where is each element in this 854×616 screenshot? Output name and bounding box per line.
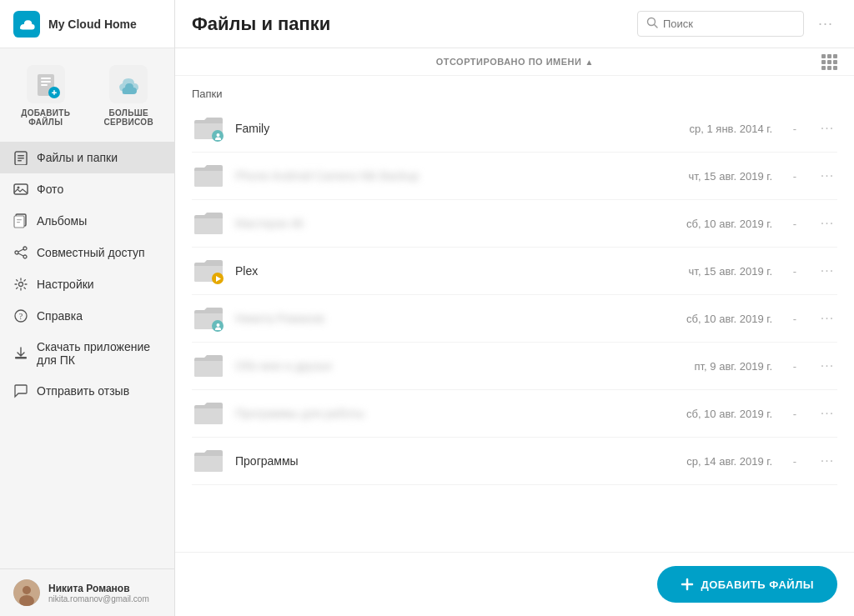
svg-rect-12 xyxy=(18,158,24,159)
search-input[interactable] xyxy=(663,18,795,30)
user-email: nikita.romanov@gmail.com xyxy=(48,594,149,603)
sidebar-label-download: Скачать приложение для ПК xyxy=(37,340,161,367)
svg-point-15 xyxy=(18,187,20,189)
svg-rect-19 xyxy=(17,222,20,223)
fab-label: ДОБАВИТЬ ФАЙЛЫ xyxy=(701,578,814,591)
app-title: My Cloud Home xyxy=(48,18,137,31)
sidebar-label-photos: Фото xyxy=(37,183,63,196)
svg-point-30 xyxy=(23,586,31,594)
svg-text:?: ? xyxy=(19,312,23,321)
more-dots-icon: ··· xyxy=(818,15,833,33)
share-icon xyxy=(13,245,28,260)
sidebar-item-albums[interactable]: Альбомы xyxy=(0,205,174,237)
sidebar-nav: Файлы и папки Фото Альбом xyxy=(0,135,174,568)
file-size: - xyxy=(782,265,807,278)
file-name: Мастерок 46 xyxy=(235,217,629,230)
file-more-button[interactable]: ··· xyxy=(817,263,837,278)
add-files-fab[interactable]: ДОБАВИТЬ ФАЙЛЫ xyxy=(657,566,837,603)
svg-rect-4 xyxy=(41,81,51,83)
svg-point-38 xyxy=(215,327,221,330)
avatar xyxy=(13,579,40,606)
folder-icon xyxy=(192,208,225,238)
folder-icon xyxy=(192,351,225,381)
file-list: Папки Family ср, 1 янв. 2014 г. - ··· xyxy=(175,76,854,552)
file-size: - xyxy=(782,408,807,420)
feedback-icon xyxy=(13,383,28,398)
file-name: Обо мне и друзья xyxy=(235,359,629,373)
sidebar-label-settings: Настройки xyxy=(37,278,94,291)
table-row[interactable]: Программы ср, 14 авг. 2019 г. - ··· xyxy=(192,438,837,485)
file-more-button[interactable]: ··· xyxy=(817,358,837,373)
person-badge-icon xyxy=(212,320,224,332)
file-date: пт, 9 авг. 2019 г. xyxy=(639,360,772,373)
sidebar-item-help[interactable]: ? Справка xyxy=(0,300,174,332)
table-row[interactable]: Family ср, 1 янв. 2014 г. - ··· xyxy=(192,105,837,153)
header-more-button[interactable]: ··· xyxy=(814,13,837,36)
svg-point-34 xyxy=(216,133,219,137)
svg-rect-13 xyxy=(18,160,22,162)
sidebar-item-photos[interactable]: Фото xyxy=(0,173,174,205)
sidebar-header: My Cloud Home xyxy=(0,0,174,48)
file-more-button[interactable]: ··· xyxy=(817,406,837,421)
table-row[interactable]: Мастерок 46 сб, 10 авг. 2019 г. - ··· xyxy=(192,200,837,248)
user-name: Никита Романов xyxy=(48,583,149,594)
more-services-label: БОЛЬШЕ СЕРВИСОВ xyxy=(92,108,167,127)
svg-rect-28 xyxy=(15,357,27,359)
photos-icon xyxy=(13,182,28,197)
svg-rect-5 xyxy=(41,84,48,86)
main-header: Файлы и папки ··· xyxy=(175,0,854,48)
svg-line-24 xyxy=(18,253,23,256)
svg-line-33 xyxy=(655,25,658,28)
file-name: Phone Android Camera Nik Backup xyxy=(235,169,629,183)
file-more-button[interactable]: ··· xyxy=(817,311,837,326)
file-more-button[interactable]: ··· xyxy=(817,216,837,231)
help-icon: ? xyxy=(13,308,28,323)
svg-rect-3 xyxy=(41,78,51,79)
sidebar-actions: ДОБАВИТЬ ФАЙЛЫ БОЛЬШЕ СЕРВИСОВ xyxy=(0,48,174,135)
grid-icon xyxy=(821,54,837,70)
file-more-button[interactable]: ··· xyxy=(817,121,837,136)
sidebar-item-download[interactable]: Скачать приложение для ПК xyxy=(0,332,174,375)
svg-rect-11 xyxy=(18,155,24,157)
add-files-label: ДОБАВИТЬ ФАЙЛЫ xyxy=(8,108,83,127)
svg-point-25 xyxy=(19,283,23,287)
folder-rows: Family ср, 1 янв. 2014 г. - ··· Phone An… xyxy=(192,105,837,485)
file-size: - xyxy=(782,455,807,468)
table-row[interactable]: Plex чт, 15 авг. 2019 г. - ··· xyxy=(192,248,837,295)
sidebar-item-settings[interactable]: Настройки xyxy=(0,268,174,300)
search-wrapper xyxy=(637,11,804,37)
file-size: - xyxy=(782,360,807,373)
folder-icon xyxy=(192,161,225,191)
file-name: Программы xyxy=(235,454,629,468)
table-row[interactable]: Обо мне и друзья пт, 9 авг. 2019 г. - ··… xyxy=(192,343,837,390)
table-row[interactable]: Никита Романов сб, 10 авг. 2019 г. - ··· xyxy=(192,295,837,343)
table-row[interactable]: Программы для работы сб, 10 авг. 2019 г.… xyxy=(192,390,837,438)
sidebar-item-files[interactable]: Файлы и папки xyxy=(0,142,174,173)
file-date: чт, 15 авг. 2019 г. xyxy=(639,265,772,278)
main-content: Файлы и папки ··· ОТСОРТИРОВАНО ПО ИМЕНИ… xyxy=(175,0,854,616)
sidebar-label-albums: Альбомы xyxy=(37,214,87,228)
file-name: Family xyxy=(235,122,629,135)
sidebar-item-feedback[interactable]: Отправить отзыв xyxy=(0,375,174,407)
svg-point-35 xyxy=(215,137,221,140)
folder-icon xyxy=(192,113,225,143)
sidebar-item-shared[interactable]: Совместный доступ xyxy=(0,237,174,268)
add-files-icon xyxy=(27,65,65,103)
add-files-action[interactable]: ДОБАВИТЬ ФАЙЛЫ xyxy=(8,65,83,127)
grid-view-button[interactable] xyxy=(821,54,837,70)
sort-label: ОТСОРТИРОВАНО ПО ИМЕНИ xyxy=(436,57,582,67)
file-size: - xyxy=(782,170,807,183)
more-services-action[interactable]: БОЛЬШЕ СЕРВИСОВ xyxy=(92,65,167,127)
table-row[interactable]: Phone Android Camera Nik Backup чт, 15 а… xyxy=(192,153,837,200)
cloud-icon xyxy=(109,65,148,103)
file-name: Plex xyxy=(235,264,629,278)
plus-icon xyxy=(681,578,694,591)
file-name: Никита Романов xyxy=(235,312,629,325)
file-more-button[interactable]: ··· xyxy=(817,453,837,468)
page-title: Файлы и папки xyxy=(192,13,627,35)
files-icon xyxy=(13,150,28,165)
file-more-button[interactable]: ··· xyxy=(817,168,837,183)
sidebar-label-feedback: Отправить отзыв xyxy=(37,384,129,398)
sidebar-label-help: Справка xyxy=(37,309,83,323)
folder-icon xyxy=(192,256,225,286)
